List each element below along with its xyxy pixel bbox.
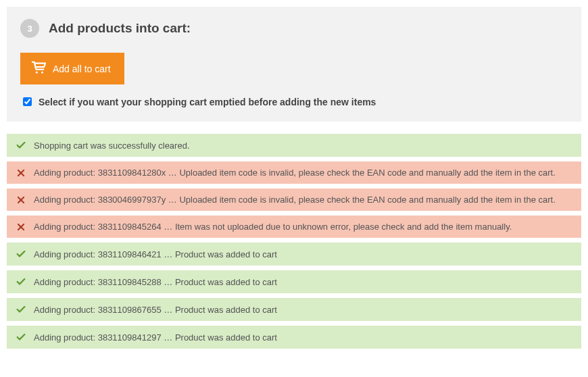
cross-icon — [15, 168, 27, 178]
message-text: Adding product: 3831109841280x … Uploade… — [34, 168, 556, 178]
message-row: Adding product: 3831109841280x … Uploade… — [7, 161, 581, 184]
message-text: Adding product: 3830046997937y … Uploade… — [34, 195, 556, 205]
check-icon — [15, 249, 27, 259]
message-row: Adding product: 3831109845264 … Item was… — [7, 216, 581, 238]
messages-list: Shopping cart was successfully cleared.A… — [7, 134, 581, 349]
message-row: Adding product: 3831109845288 … Product … — [7, 270, 581, 293]
empty-cart-checkbox[interactable] — [23, 97, 32, 106]
add-all-to-cart-label: Add all to cart — [53, 64, 111, 74]
step-number-badge: 3 — [20, 19, 39, 38]
message-text: Shopping cart was successfully cleared. — [34, 141, 190, 151]
cart-icon — [31, 61, 53, 76]
add-all-to-cart-button[interactable]: Add all to cart — [20, 53, 124, 84]
step-panel: 3 Add products into cart: Add all to car… — [7, 7, 581, 122]
check-icon — [15, 276, 27, 287]
empty-cart-checkbox-row: Select if you want your shopping cart em… — [20, 95, 568, 108]
message-row: Adding product: 3831109867655 … Product … — [7, 298, 581, 321]
message-text: Adding product: 3831109845288 … Product … — [34, 277, 277, 287]
message-row: Shopping cart was successfully cleared. — [7, 134, 581, 157]
message-text: Adding product: 3831109867655 … Product … — [34, 305, 277, 315]
check-icon — [15, 140, 27, 151]
message-row: Adding product: 3831109841297 … Product … — [7, 326, 581, 349]
svg-point-0 — [36, 72, 38, 74]
message-row: Adding product: 3830046997937y … Uploade… — [7, 188, 581, 211]
empty-cart-checkbox-label[interactable]: Select if you want your shopping cart em… — [39, 97, 376, 107]
cross-icon — [15, 222, 27, 232]
message-row: Adding product: 3831109846421 … Product … — [7, 243, 581, 266]
step-header: 3 Add products into cart: — [20, 19, 568, 38]
message-text: Adding product: 3831109845264 … Item was… — [34, 222, 512, 232]
check-icon — [15, 332, 27, 343]
message-text: Adding product: 3831109841297 … Product … — [34, 332, 277, 343]
cross-icon — [15, 195, 27, 205]
message-text: Adding product: 3831109846421 … Product … — [34, 249, 277, 259]
check-icon — [15, 304, 27, 315]
step-title: Add products into cart: — [49, 21, 191, 36]
svg-point-1 — [41, 72, 43, 74]
